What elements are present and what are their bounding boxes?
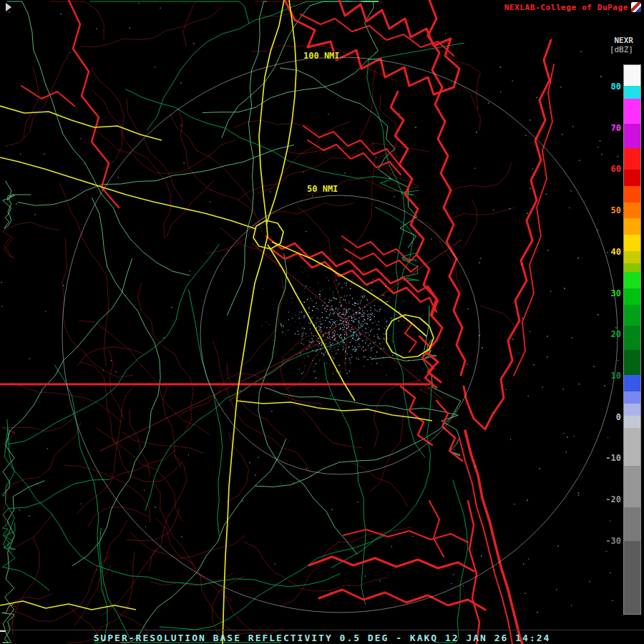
- radar-display: 100 NMI 50 NMI NEXLAB-College of DuPage …: [0, 0, 644, 644]
- colorbar-segment: [624, 305, 640, 326]
- colorbar-segment: [624, 326, 640, 350]
- cursor-mark: [6, 3, 11, 11]
- colorbar-segment: [624, 124, 640, 148]
- colorbar-segment: [624, 186, 640, 203]
- ocean-speckles: [1, 2, 619, 613]
- footer-divider: [0, 630, 644, 630]
- range-ring-50nmi: [200, 195, 479, 474]
- product-title: SUPER-RESOLUTION BASE REFLECTIVITY 0.5 D…: [0, 633, 644, 643]
- corner-dash: [0, 630, 6, 632]
- colorbar-segment: [624, 263, 640, 272]
- colorbar-segment: [624, 235, 640, 251]
- colorbar-segment: [624, 507, 640, 541]
- coastline: [0, 0, 554, 644]
- colorbar-segment: [624, 170, 640, 186]
- colorbar-segment: [624, 203, 640, 218]
- colorbar-segment: [624, 99, 640, 124]
- roads-yellow: [0, 0, 434, 644]
- colorbar-segment: [624, 288, 640, 305]
- reflectivity-colorbar: [623, 64, 641, 615]
- colorbar-title: NEXR: [615, 36, 634, 45]
- colorbar-segment: [624, 148, 640, 170]
- colorbar-segment: [624, 428, 640, 466]
- credit-text: NEXLAB-College of DuPage: [504, 3, 628, 12]
- colorbar-segment: [624, 86, 640, 99]
- roads-green: [1, 1, 467, 643]
- colorbar-segment: [624, 416, 640, 428]
- colorbar-units: [dBZ]: [610, 45, 633, 54]
- cod-logo-icon: [631, 2, 641, 12]
- colorbar-segment: [624, 466, 640, 507]
- radar-map: 100 NMI 50 NMI: [0, 0, 644, 644]
- highway-us58: [236, 401, 432, 421]
- colorbar-segment: [624, 404, 640, 416]
- colorbar-segment: [624, 541, 640, 614]
- colorbar-segment: [624, 65, 640, 86]
- range-ring-label-100: 100 NMI: [303, 51, 340, 61]
- colorbar-segment: [624, 218, 640, 235]
- colorbar-segment: [624, 350, 640, 375]
- colorbar-segment: [624, 375, 640, 391]
- colorbar-segment: [624, 391, 640, 404]
- highway-north: [266, 0, 296, 225]
- radar-clutter: [280, 279, 400, 378]
- range-ring-label-50: 50 NMI: [307, 184, 338, 194]
- highway-i64-west: [0, 157, 256, 229]
- colorbar-segment: [624, 272, 640, 288]
- colorbar-segment: [624, 251, 640, 263]
- range-ring-labels: 100 NMI 50 NMI: [303, 51, 340, 194]
